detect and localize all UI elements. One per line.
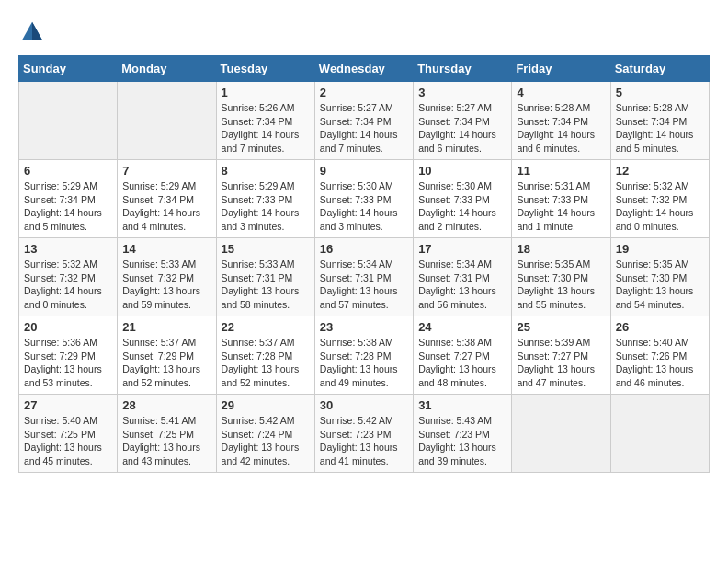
calendar-week-2: 6Sunrise: 5:29 AM Sunset: 7:34 PM Daylig…	[19, 160, 710, 238]
day-content: Sunrise: 5:43 AM Sunset: 7:23 PM Dayligh…	[418, 414, 506, 468]
day-content: Sunrise: 5:26 AM Sunset: 7:34 PM Dayligh…	[222, 101, 310, 155]
day-content: Sunrise: 5:38 AM Sunset: 7:28 PM Dayligh…	[320, 336, 408, 390]
calendar-header: Sunday Monday Tuesday Wednesday Thursday…	[19, 56, 710, 82]
day-number: 5	[616, 86, 704, 99]
table-row	[118, 82, 216, 160]
day-content: Sunrise: 5:29 AM Sunset: 7:34 PM Dayligh…	[122, 179, 210, 234]
table-row: 18Sunrise: 5:35 AM Sunset: 7:30 PM Dayli…	[512, 238, 610, 316]
table-row: 19Sunrise: 5:35 AM Sunset: 7:30 PM Dayli…	[610, 238, 709, 316]
day-content: Sunrise: 5:28 AM Sunset: 7:34 PM Dayligh…	[616, 101, 704, 155]
day-number: 13	[24, 242, 112, 256]
table-row: 10Sunrise: 5:30 AM Sunset: 7:33 PM Dayli…	[414, 160, 512, 238]
day-number: 16	[320, 242, 408, 256]
table-row	[610, 395, 709, 473]
col-wednesday: Wednesday	[314, 56, 413, 82]
col-sunday: Sunday	[19, 56, 118, 82]
day-content: Sunrise: 5:29 AM Sunset: 7:34 PM Dayligh…	[24, 179, 112, 234]
table-row: 23Sunrise: 5:38 AM Sunset: 7:28 PM Dayli…	[314, 316, 413, 395]
svg-marker-1	[32, 22, 42, 40]
day-content: Sunrise: 5:34 AM Sunset: 7:31 PM Dayligh…	[320, 258, 408, 312]
day-content: Sunrise: 5:38 AM Sunset: 7:27 PM Dayligh…	[418, 336, 506, 390]
table-row: 5Sunrise: 5:28 AM Sunset: 7:34 PM Daylig…	[610, 82, 709, 160]
table-row: 9Sunrise: 5:30 AM Sunset: 7:33 PM Daylig…	[314, 160, 413, 238]
day-number: 27	[24, 398, 112, 412]
day-number: 15	[222, 242, 310, 256]
day-content: Sunrise: 5:35 AM Sunset: 7:30 PM Dayligh…	[616, 258, 704, 312]
day-number: 30	[320, 398, 408, 412]
col-monday: Monday	[118, 56, 216, 82]
table-row: 24Sunrise: 5:38 AM Sunset: 7:27 PM Dayli…	[414, 316, 512, 395]
table-row: 11Sunrise: 5:31 AM Sunset: 7:33 PM Dayli…	[512, 160, 610, 238]
header-row: Sunday Monday Tuesday Wednesday Thursday…	[19, 56, 710, 82]
day-content: Sunrise: 5:41 AM Sunset: 7:25 PM Dayligh…	[122, 414, 210, 468]
page-header	[18, 18, 710, 46]
day-content: Sunrise: 5:32 AM Sunset: 7:32 PM Dayligh…	[616, 179, 704, 234]
day-content: Sunrise: 5:31 AM Sunset: 7:33 PM Dayligh…	[517, 179, 605, 234]
table-row: 6Sunrise: 5:29 AM Sunset: 7:34 PM Daylig…	[19, 160, 118, 238]
day-content: Sunrise: 5:34 AM Sunset: 7:31 PM Dayligh…	[418, 258, 506, 312]
table-row: 27Sunrise: 5:40 AM Sunset: 7:25 PM Dayli…	[19, 395, 118, 473]
table-row: 7Sunrise: 5:29 AM Sunset: 7:34 PM Daylig…	[118, 160, 216, 238]
day-number: 23	[320, 320, 408, 334]
table-row: 8Sunrise: 5:29 AM Sunset: 7:33 PM Daylig…	[216, 160, 314, 238]
day-content: Sunrise: 5:27 AM Sunset: 7:34 PM Dayligh…	[418, 101, 506, 155]
day-number: 21	[122, 320, 210, 334]
table-row: 3Sunrise: 5:27 AM Sunset: 7:34 PM Daylig…	[414, 82, 512, 160]
day-number: 24	[418, 320, 506, 334]
day-content: Sunrise: 5:30 AM Sunset: 7:33 PM Dayligh…	[418, 179, 506, 234]
day-content: Sunrise: 5:37 AM Sunset: 7:29 PM Dayligh…	[122, 336, 210, 390]
day-number: 20	[24, 320, 112, 334]
day-number: 9	[320, 164, 408, 178]
day-number: 8	[222, 164, 310, 178]
calendar-body: 1Sunrise: 5:26 AM Sunset: 7:34 PM Daylig…	[19, 82, 710, 473]
day-number: 28	[122, 398, 210, 412]
day-number: 12	[616, 164, 704, 178]
table-row: 31Sunrise: 5:43 AM Sunset: 7:23 PM Dayli…	[414, 395, 512, 473]
logo-icon	[18, 18, 46, 46]
table-row: 29Sunrise: 5:42 AM Sunset: 7:24 PM Dayli…	[216, 395, 314, 473]
table-row: 25Sunrise: 5:39 AM Sunset: 7:27 PM Dayli…	[512, 316, 610, 395]
calendar-week-5: 27Sunrise: 5:40 AM Sunset: 7:25 PM Dayli…	[19, 395, 710, 473]
table-row: 28Sunrise: 5:41 AM Sunset: 7:25 PM Dayli…	[118, 395, 216, 473]
day-content: Sunrise: 5:33 AM Sunset: 7:31 PM Dayligh…	[222, 258, 310, 312]
day-number: 29	[222, 398, 310, 412]
day-number: 18	[517, 242, 605, 256]
col-friday: Friday	[512, 56, 610, 82]
day-content: Sunrise: 5:30 AM Sunset: 7:33 PM Dayligh…	[320, 179, 408, 234]
day-number: 10	[418, 164, 506, 178]
table-row: 2Sunrise: 5:27 AM Sunset: 7:34 PM Daylig…	[314, 82, 413, 160]
col-tuesday: Tuesday	[216, 56, 314, 82]
table-row: 22Sunrise: 5:37 AM Sunset: 7:28 PM Dayli…	[216, 316, 314, 395]
col-saturday: Saturday	[610, 56, 709, 82]
day-content: Sunrise: 5:36 AM Sunset: 7:29 PM Dayligh…	[24, 336, 112, 390]
day-content: Sunrise: 5:39 AM Sunset: 7:27 PM Dayligh…	[517, 336, 605, 390]
day-content: Sunrise: 5:35 AM Sunset: 7:30 PM Dayligh…	[517, 258, 605, 312]
day-content: Sunrise: 5:29 AM Sunset: 7:33 PM Dayligh…	[222, 179, 310, 234]
day-number: 25	[517, 320, 605, 334]
calendar-week-3: 13Sunrise: 5:32 AM Sunset: 7:32 PM Dayli…	[19, 238, 710, 316]
col-thursday: Thursday	[414, 56, 512, 82]
day-number: 17	[418, 242, 506, 256]
table-row: 21Sunrise: 5:37 AM Sunset: 7:29 PM Dayli…	[118, 316, 216, 395]
table-row: 4Sunrise: 5:28 AM Sunset: 7:34 PM Daylig…	[512, 82, 610, 160]
day-number: 22	[222, 320, 310, 334]
day-number: 19	[616, 242, 704, 256]
day-content: Sunrise: 5:27 AM Sunset: 7:34 PM Dayligh…	[320, 101, 408, 155]
calendar-week-4: 20Sunrise: 5:36 AM Sunset: 7:29 PM Dayli…	[19, 316, 710, 395]
table-row: 12Sunrise: 5:32 AM Sunset: 7:32 PM Dayli…	[610, 160, 709, 238]
table-row: 1Sunrise: 5:26 AM Sunset: 7:34 PM Daylig…	[216, 82, 314, 160]
day-content: Sunrise: 5:42 AM Sunset: 7:23 PM Dayligh…	[320, 414, 408, 468]
day-number: 1	[222, 86, 310, 99]
day-number: 11	[517, 164, 605, 178]
day-number: 6	[24, 164, 112, 178]
table-row: 30Sunrise: 5:42 AM Sunset: 7:23 PM Dayli…	[314, 395, 413, 473]
logo	[18, 18, 51, 46]
table-row: 15Sunrise: 5:33 AM Sunset: 7:31 PM Dayli…	[216, 238, 314, 316]
table-row: 17Sunrise: 5:34 AM Sunset: 7:31 PM Dayli…	[414, 238, 512, 316]
day-content: Sunrise: 5:32 AM Sunset: 7:32 PM Dayligh…	[24, 258, 112, 312]
day-number: 3	[418, 86, 506, 99]
table-row: 14Sunrise: 5:33 AM Sunset: 7:32 PM Dayli…	[118, 238, 216, 316]
day-number: 2	[320, 86, 408, 99]
day-number: 14	[122, 242, 210, 256]
calendar: Sunday Monday Tuesday Wednesday Thursday…	[18, 55, 710, 473]
